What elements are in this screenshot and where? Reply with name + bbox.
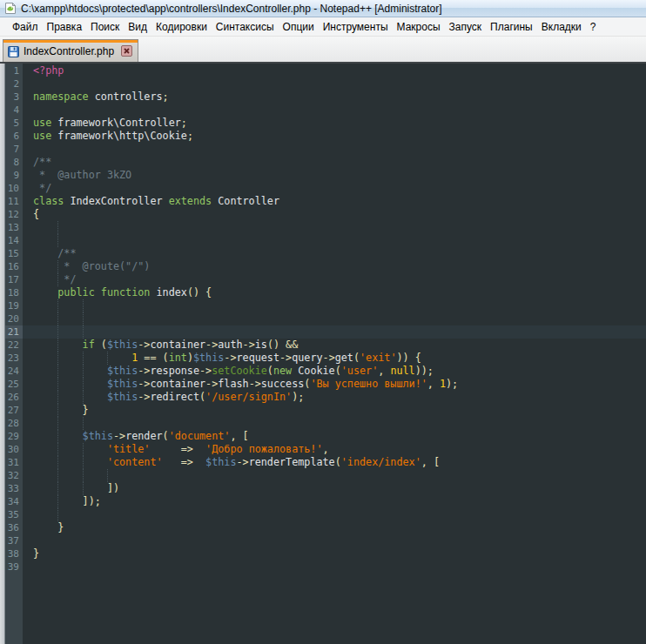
line-number[interactable]: 35	[5, 508, 23, 521]
code-line: 9 * @author 3kZO	[5, 169, 646, 182]
line-number[interactable]: 39	[5, 560, 23, 574]
line-number[interactable]: 9	[5, 169, 23, 182]
line-number[interactable]: 36	[5, 521, 23, 534]
menu-item-macro[interactable]: Макросы	[393, 18, 445, 36]
line-number[interactable]: 28	[5, 417, 23, 430]
indent-guide	[57, 378, 58, 391]
code-line: 29 $this->render('document', [	[5, 430, 646, 443]
line-number[interactable]: 31	[5, 456, 23, 469]
line-number[interactable]: 29	[5, 430, 23, 443]
menu-item-plugins[interactable]: Плагины	[486, 18, 537, 36]
line-number[interactable]: 20	[5, 312, 23, 325]
menu-item-window[interactable]: Вкладки	[537, 18, 586, 36]
line-number[interactable]: 34	[5, 495, 23, 508]
code-text	[23, 312, 646, 325]
code-line: 18 public function index() {	[5, 286, 646, 299]
line-number[interactable]: 23	[5, 352, 23, 365]
line-number[interactable]: 12	[5, 208, 23, 221]
code-text: /**	[23, 156, 646, 169]
code-text: */	[23, 273, 646, 286]
code-text: /**	[23, 247, 646, 260]
line-number[interactable]: 18	[5, 286, 23, 299]
menu-item-language[interactable]: Синтаксисы	[212, 18, 279, 36]
code-text: * @route("/")	[23, 260, 646, 273]
indent-guide	[83, 352, 84, 365]
code-text: ]);	[23, 495, 646, 508]
line-number[interactable]: 13	[5, 221, 23, 234]
menu-item-edit[interactable]: Правка	[43, 18, 87, 36]
line-number[interactable]: 26	[5, 391, 23, 404]
line-number[interactable]: 32	[5, 469, 23, 482]
tab-label: IndexController.php	[24, 45, 114, 57]
code-line: 27 }	[5, 404, 646, 417]
indent-guide	[57, 221, 58, 234]
line-number[interactable]: 15	[5, 247, 23, 260]
code-line: 7	[5, 143, 646, 156]
line-number[interactable]: 27	[5, 404, 23, 417]
line-number[interactable]: 24	[5, 365, 23, 378]
close-x-icon[interactable]	[121, 45, 132, 57]
menu-item-tools[interactable]: Инструменты	[319, 18, 393, 36]
indent-guide	[57, 312, 58, 325]
line-number[interactable]: 6	[5, 130, 23, 143]
menu-item-help[interactable]: ?	[586, 18, 601, 36]
code-line: 26 $this->redirect('/user/signIn');	[5, 391, 646, 404]
tab-indexcontroller[interactable]: IndexController.php	[3, 39, 138, 62]
line-number[interactable]: 11	[5, 195, 23, 208]
line-number[interactable]: 19	[5, 299, 23, 312]
line-number[interactable]: 1	[5, 64, 23, 77]
indent-guide	[57, 443, 58, 456]
menu-item-settings[interactable]: Опции	[279, 18, 319, 36]
code-text: public function index() {	[23, 286, 646, 299]
code-line: 37	[5, 534, 646, 547]
code-editor[interactable]: 1<?php23namespace controllers;45use fram…	[0, 64, 646, 644]
line-number[interactable]: 37	[5, 534, 23, 547]
line-number[interactable]: 17	[5, 273, 23, 286]
menu-item-search[interactable]: Поиск	[86, 18, 124, 36]
menu-item-encoding[interactable]: Кодировки	[151, 18, 212, 36]
code-line: 16 * @route("/")	[5, 260, 646, 273]
code-line: 15 /**	[5, 247, 646, 260]
notepadpp-window: C:\xampp\htdocs\protected\app\controller…	[0, 0, 646, 644]
code-text	[23, 77, 646, 91]
code-line-current: 21	[5, 325, 646, 339]
menu-item-file[interactable]: Файл	[8, 18, 43, 36]
indent-guide	[83, 312, 84, 325]
code-line: 14	[5, 234, 646, 247]
line-number[interactable]: 25	[5, 378, 23, 391]
code-line: 22 if ($this->container->auth->is() &&	[5, 339, 646, 352]
indent-guide	[57, 417, 58, 430]
line-number[interactable]: 30	[5, 443, 23, 456]
code-text: */	[23, 182, 646, 195]
menu-item-view[interactable]: Вид	[124, 18, 151, 36]
code-text: $this->container->flash->success('Вы усп…	[23, 378, 646, 391]
code-text: use framework\http\Cookie;	[23, 130, 646, 143]
line-number[interactable]: 5	[5, 117, 23, 130]
code-line: 36 }	[5, 521, 646, 534]
line-number[interactable]: 8	[5, 156, 23, 169]
code-line: 32	[5, 469, 646, 482]
code-text: $this->response->setCookie(new Cookie('u…	[23, 365, 646, 378]
line-number[interactable]: 4	[5, 104, 23, 117]
menu-item-run[interactable]: Запуск	[445, 18, 487, 36]
line-number[interactable]: 3	[5, 91, 23, 104]
code-line: 34 ]);	[5, 495, 646, 508]
line-number[interactable]: 10	[5, 182, 23, 195]
line-number[interactable]: 14	[5, 234, 23, 247]
line-number[interactable]: 16	[5, 260, 23, 273]
notepadpp-icon	[3, 2, 17, 15]
line-number[interactable]: 38	[5, 547, 23, 560]
line-number[interactable]: 7	[5, 143, 23, 156]
code-line: 35	[5, 508, 646, 521]
code-text: }	[23, 547, 646, 560]
line-number[interactable]: 2	[5, 77, 23, 91]
code-text	[23, 104, 646, 117]
line-number[interactable]: 22	[5, 339, 23, 352]
code-line: 28	[5, 417, 646, 430]
line-number[interactable]: 21	[5, 325, 23, 339]
window-title: C:\xampp\htdocs\protected\app\controller…	[21, 3, 442, 15]
title-bar[interactable]: C:\xampp\htdocs\protected\app\controller…	[0, 0, 646, 17]
code-line: 3namespace controllers;	[5, 91, 646, 104]
line-number[interactable]: 33	[5, 482, 23, 495]
code-text: if ($this->container->auth->is() &&	[23, 339, 646, 352]
